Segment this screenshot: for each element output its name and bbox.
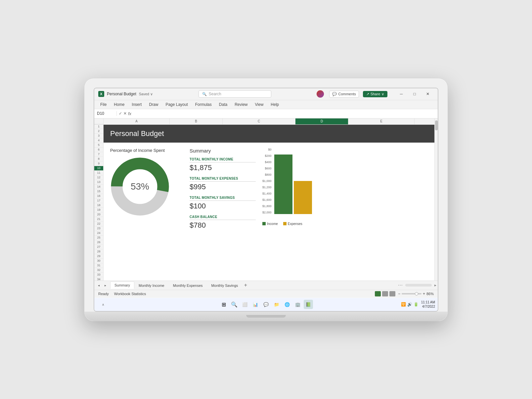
saved-status[interactable]: Saved ∨ <box>139 92 153 96</box>
col-d[interactable]: D <box>295 118 348 124</box>
taskbar-store-icon[interactable]: 🏢 <box>293 300 302 309</box>
search-box[interactable]: 🔍 Search <box>199 90 271 98</box>
row-30[interactable]: 30 <box>94 259 103 263</box>
maximize-button[interactable]: □ <box>409 90 421 98</box>
sheet-tab-summary[interactable]: Summary <box>110 282 134 289</box>
scroll-right-icon[interactable]: ▸ <box>434 283 436 288</box>
row-2[interactable]: 2 <box>94 129 103 134</box>
taskbar-search-icon[interactable]: 🔍 <box>230 300 239 309</box>
nav-next-button[interactable]: ▸ <box>102 282 108 288</box>
add-sheet-button[interactable]: + <box>242 282 249 288</box>
zoom-in-icon[interactable]: + <box>423 291 425 296</box>
check-mark-icon[interactable]: ✓ <box>119 111 122 116</box>
workbook-stats[interactable]: Workbook Statistics <box>114 292 146 296</box>
comments-button[interactable]: 💬 Comments <box>329 91 359 98</box>
taskbar-clock[interactable]: 11:11 AM 4/7/2022 <box>421 300 435 309</box>
zoom-control[interactable]: − + 86% <box>398 291 434 296</box>
taskbar-widgets-icon[interactable]: 📊 <box>251 300 260 309</box>
sheet-tab-monthly-income[interactable]: Monthly Income <box>134 282 169 289</box>
zoom-out-icon[interactable]: − <box>398 291 400 296</box>
sheet-options-icon[interactable]: ⋯ <box>398 283 403 288</box>
page-layout-view-icon[interactable] <box>382 291 388 296</box>
row-33[interactable]: 33 <box>94 273 103 277</box>
vertical-scrollbar[interactable] <box>434 118 438 281</box>
sheet-tab-monthly-savings[interactable]: Monthly Savings <box>207 282 243 289</box>
row-11[interactable]: 11 <box>94 171 103 175</box>
laptop-notch <box>246 315 286 318</box>
row-34[interactable]: 34 <box>94 277 103 281</box>
nav-prev-button[interactable]: ◂ <box>96 282 102 288</box>
tab-file[interactable]: File <box>97 100 110 109</box>
expenses-legend-label: Expenses <box>288 222 302 226</box>
minimize-button[interactable]: ─ <box>395 90 407 98</box>
tab-home[interactable]: Home <box>111 100 128 109</box>
row-31[interactable]: 31 <box>94 263 103 268</box>
row-29[interactable]: 29 <box>94 254 103 259</box>
title-bar: X Personal Budget Saved ∨ 🔍 Search 💬 Com… <box>94 88 438 100</box>
avatar[interactable] <box>317 90 324 98</box>
taskbar-teams-icon[interactable]: 💬 <box>261 300 271 309</box>
horizontal-scrollbar[interactable] <box>405 284 432 287</box>
zoom-thumb[interactable] <box>415 292 418 295</box>
col-b[interactable]: B <box>170 118 223 124</box>
cancel-icon[interactable]: ✕ <box>123 111 127 116</box>
share-button[interactable]: ↗ Share ∨ <box>363 91 387 97</box>
scrollbar-thumb[interactable] <box>435 120 438 130</box>
volume-icon[interactable]: 🔊 <box>407 302 412 307</box>
taskbar-start-button[interactable]: ⊞ <box>219 300 228 309</box>
taskbar-explorer-icon[interactable]: 📁 <box>272 300 281 309</box>
row-19[interactable]: 19 <box>94 208 103 212</box>
row-16[interactable]: 16 <box>94 194 103 199</box>
sheet-tab-monthly-expenses[interactable]: Monthly Expenses <box>169 282 207 289</box>
row-25[interactable]: 25 <box>94 236 103 240</box>
row-20[interactable]: 20 <box>94 212 103 217</box>
row-4[interactable]: 4 <box>94 138 103 143</box>
row-15[interactable]: 15 <box>94 189 103 194</box>
tab-view[interactable]: View <box>252 100 267 109</box>
cell-reference[interactable]: D10 <box>97 111 117 116</box>
row-28[interactable]: 28 <box>94 249 103 254</box>
row-10[interactable]: 10 <box>94 166 103 171</box>
tab-review[interactable]: Review <box>231 100 251 109</box>
taskbar-excel-icon[interactable]: 📗 <box>304 300 313 309</box>
battery-icon[interactable]: 🔋 <box>414 302 419 307</box>
row-27[interactable]: 27 <box>94 245 103 249</box>
normal-view-icon[interactable] <box>375 291 381 296</box>
row-5[interactable]: 5 <box>94 143 103 148</box>
row-12[interactable]: 12 <box>94 175 103 180</box>
row-23[interactable]: 23 <box>94 226 103 231</box>
row-9[interactable]: 9 <box>94 161 103 166</box>
page-break-view-icon[interactable] <box>389 291 395 296</box>
row-24[interactable]: 24 <box>94 231 103 236</box>
tab-data[interactable]: Data <box>216 100 231 109</box>
zoom-slider[interactable] <box>402 293 421 294</box>
network-icon[interactable]: 🛜 <box>401 302 406 307</box>
row-7[interactable]: 7 <box>94 152 103 157</box>
row-6[interactable]: 6 <box>94 148 103 152</box>
taskbar-taskview-icon[interactable]: ⬜ <box>240 300 249 309</box>
tab-insert[interactable]: Insert <box>128 100 145 109</box>
col-e[interactable]: E <box>348 118 415 124</box>
taskbar-chevron-icon[interactable]: ∧ <box>98 300 108 309</box>
row-3[interactable]: 3 <box>94 134 103 138</box>
row-17[interactable]: 17 <box>94 199 103 203</box>
row-1[interactable]: 1 <box>94 124 103 129</box>
row-32[interactable]: 32 <box>94 268 103 273</box>
row-21[interactable]: 21 <box>94 217 103 222</box>
tab-page-layout[interactable]: Page Layout <box>162 100 191 109</box>
close-button[interactable]: ✕ <box>422 90 434 98</box>
tab-help[interactable]: Help <box>267 100 282 109</box>
col-a[interactable]: A <box>104 118 170 124</box>
row-26[interactable]: 26 <box>94 240 103 245</box>
taskbar-edge-icon[interactable]: 🌐 <box>283 300 292 309</box>
y-label-1000: $1,000 <box>262 179 272 183</box>
row-18[interactable]: 18 <box>94 203 103 208</box>
col-c[interactable]: C <box>223 118 295 124</box>
row-22[interactable]: 22 <box>94 222 103 226</box>
tab-formulas[interactable]: Formulas <box>192 100 215 109</box>
row-14[interactable]: 14 <box>94 185 103 189</box>
function-icon[interactable]: fx <box>128 111 131 116</box>
row-8[interactable]: 8 <box>94 157 103 161</box>
tab-draw[interactable]: Draw <box>146 100 161 109</box>
row-13[interactable]: 13 <box>94 180 103 185</box>
